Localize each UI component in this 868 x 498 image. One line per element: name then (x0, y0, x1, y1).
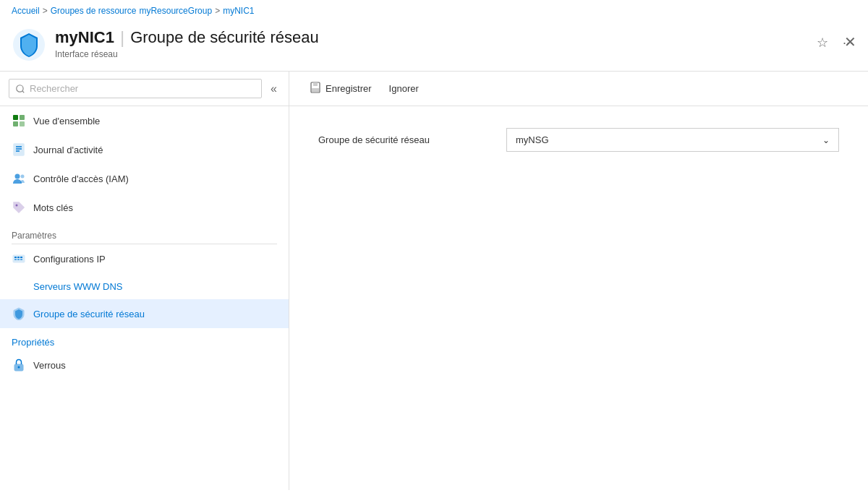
sidebar-item-vue-ensemble[interactable]: Vue d'ensemble (0, 106, 289, 135)
tags-icon (12, 200, 26, 215)
breadcrumb-sep1: > (43, 6, 48, 16)
svg-rect-13 (14, 257, 17, 258)
svg-rect-5 (14, 144, 24, 155)
toolbar: Enregistrer Ignorer (289, 72, 868, 106)
save-button[interactable]: Enregistrer (304, 79, 378, 98)
sidebar-item-dns[interactable]: Serveurs WWW DNS (0, 273, 289, 299)
svg-rect-23 (312, 88, 319, 92)
content-area: Enregistrer Ignorer Groupe de sécurité r… (289, 72, 868, 490)
svg-rect-2 (20, 115, 25, 120)
overview-icon (12, 113, 26, 128)
svg-rect-4 (20, 121, 25, 126)
header-title-block: myNIC1 | Groupe de sécurité réseau Inter… (55, 27, 814, 59)
sidebar-item-tags[interactable]: Mots clés (0, 193, 289, 222)
save-icon (310, 82, 321, 95)
svg-point-20 (18, 366, 20, 369)
ignore-label: Ignorer (389, 83, 419, 94)
main-layout: « Vue d'ensemble (0, 72, 868, 490)
sidebar-label-tags: Mots clés (33, 202, 73, 213)
section-proprietes: Propriétés (0, 328, 289, 351)
svg-rect-14 (14, 259, 17, 260)
svg-point-9 (15, 174, 20, 179)
svg-point-10 (21, 175, 25, 179)
search-input[interactable] (9, 79, 262, 98)
svg-point-11 (16, 205, 18, 207)
svg-rect-16 (17, 259, 20, 260)
journal-icon (12, 142, 26, 157)
svg-rect-15 (17, 257, 20, 258)
breadcrumb-current: myNIC1 (223, 6, 254, 16)
svg-rect-3 (13, 121, 18, 126)
nsg-value: myNSG (516, 134, 549, 145)
title-separator: | (120, 27, 124, 48)
section-parametre: Paramètres (0, 222, 289, 244)
dns-icon (12, 279, 26, 293)
ip-config-icon (12, 252, 26, 266)
sidebar-item-configurations-ip[interactable]: Configurations IP (0, 244, 289, 273)
ignore-button[interactable]: Ignorer (383, 80, 425, 97)
iam-icon (12, 171, 26, 186)
nsg-dropdown[interactable]: myNSG ⌄ (506, 128, 839, 152)
header-title: myNIC1 | Groupe de sécurité réseau (55, 27, 814, 48)
search-bar: « (0, 72, 289, 106)
form-row-nsg: Groupe de sécurité réseau myNSG ⌄ (318, 128, 839, 152)
save-label: Enregistrer (326, 83, 372, 94)
page-header: myNIC1 | Groupe de sécurité réseau Inter… (0, 22, 868, 72)
svg-rect-18 (20, 259, 22, 260)
sidebar-label-configurations-ip: Configurations IP (33, 254, 106, 265)
lock-icon (12, 358, 26, 372)
sidebar-label-verrous: Verrous (33, 360, 66, 371)
sidebar-item-verrous[interactable]: Verrous (0, 351, 289, 379)
shield-icon (12, 306, 26, 321)
sidebar-item-groupe-securite[interactable]: Groupe de sécurité réseau (0, 299, 289, 328)
resource-type: Groupe de sécurité réseau (130, 28, 319, 47)
breadcrumb-sep2: > (215, 6, 220, 16)
sidebar-label-vue-ensemble: Vue d'ensemble (33, 116, 100, 126)
form-label-nsg: Groupe de sécurité réseau (318, 134, 492, 145)
collapse-button[interactable]: « (268, 80, 280, 98)
sidebar-label-groupe-securite: Groupe de sécurité réseau (33, 309, 145, 319)
sidebar-label-dns: Serveurs WWW DNS (33, 281, 123, 292)
chevron-down-icon: ⌄ (822, 135, 830, 145)
favorite-button[interactable]: ☆ (814, 32, 831, 53)
breadcrumb-resource-groups[interactable]: Groupes de ressource (51, 6, 137, 16)
sidebar-label-iam: Contrôle d'accès (IAM) (33, 173, 129, 184)
content-body: Groupe de sécurité réseau myNSG ⌄ (289, 106, 868, 490)
resource-subtitle: Interface réseau (55, 49, 814, 59)
breadcrumb-home[interactable]: Accueil (12, 6, 40, 16)
sidebar-label-journal: Journal d'activité (33, 145, 103, 155)
sidebar-item-iam[interactable]: Contrôle d'accès (IAM) (0, 164, 289, 193)
sidebar-item-journal[interactable]: Journal d'activité (0, 135, 289, 164)
resource-name: myNIC1 (55, 28, 114, 47)
svg-rect-17 (20, 257, 22, 258)
breadcrumb-resource-group-name: myResourceGroup (139, 6, 212, 16)
svg-rect-1 (13, 115, 18, 120)
close-button[interactable]: ✕ (844, 33, 856, 51)
resource-icon (12, 27, 46, 62)
breadcrumb: Accueil > Groupes de ressource myResourc… (0, 0, 868, 22)
svg-rect-22 (313, 82, 318, 86)
sidebar: « Vue d'ensemble (0, 72, 289, 490)
